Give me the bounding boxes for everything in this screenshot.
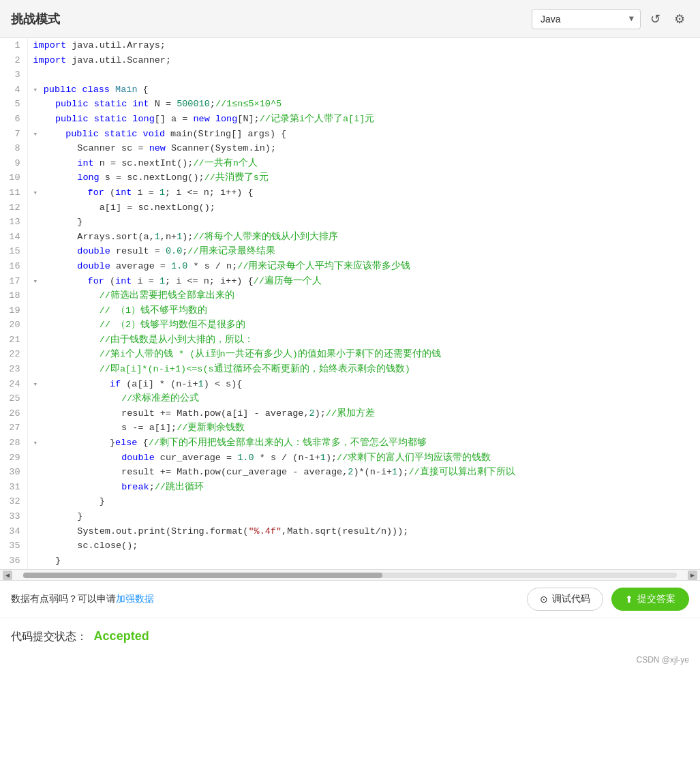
line-number: 18 bbox=[0, 288, 27, 303]
fold-marker[interactable]: ▾ bbox=[33, 86, 44, 94]
line-code[interactable]: result += Math.pow(cur_average - average… bbox=[27, 465, 700, 480]
line-code[interactable]: int n = sc.nextInt();//一共有n个人 bbox=[27, 156, 700, 171]
scroll-right-arrow[interactable]: ▶ bbox=[688, 571, 697, 580]
table-row: 8 Scanner sc = new Scanner(System.in); bbox=[0, 141, 700, 156]
line-code[interactable]: // （1）钱不够平均数的 bbox=[27, 303, 700, 318]
scroll-left-arrow[interactable]: ◀ bbox=[3, 571, 12, 580]
line-number: 5 bbox=[0, 97, 27, 112]
table-row: 20 // （2）钱够平均数但不是很多的 bbox=[0, 318, 700, 333]
line-code[interactable]: ▾ public static void main(String[] args)… bbox=[27, 127, 700, 142]
table-row: 15 double result = 0.0;//用来记录最终结果 bbox=[0, 244, 700, 259]
line-code[interactable]: //由于钱数是从小到大排的，所以： bbox=[27, 333, 700, 348]
line-number: 7 bbox=[0, 127, 27, 142]
line-code[interactable]: ▾ }else {//剩下的不用把钱全部拿出来的人：钱非常多，不管怎么平均都够 bbox=[27, 436, 700, 451]
table-row: 27 s -= a[i];//更新剩余钱数 bbox=[0, 421, 700, 436]
line-number: 9 bbox=[0, 156, 27, 171]
line-code[interactable]: ▾ public class Main { bbox=[27, 82, 700, 97]
settings-button[interactable]: ⚙ bbox=[670, 7, 689, 31]
line-code[interactable]: import java.util.Arrays; bbox=[27, 38, 700, 53]
line-code[interactable]: ▾ for (int i = 1; i <= n; i++) {//遍历每一个人 bbox=[27, 274, 700, 289]
line-number: 11 bbox=[0, 185, 27, 200]
weak-data-notice: 数据有点弱吗？可以申请加强数据 bbox=[11, 593, 154, 605]
table-row: 7▾ public static void main(String[] args… bbox=[0, 127, 700, 142]
scrollbar-thumb[interactable] bbox=[23, 573, 382, 578]
language-select[interactable]: Java C++ Python C Go bbox=[532, 9, 641, 29]
language-selector-wrapper: Java C++ Python C Go ▼ bbox=[532, 9, 641, 29]
line-code[interactable]: } bbox=[27, 554, 700, 568]
line-code[interactable]: import java.util.Scanner; bbox=[27, 53, 700, 68]
table-row: 26 result += Math.pow(a[i] - average,2);… bbox=[0, 406, 700, 421]
table-row: 11▾ for (int i = 1; i <= n; i++) { bbox=[0, 185, 700, 200]
line-code[interactable] bbox=[27, 67, 700, 82]
table-row: 29 double cur_average = 1.0 * s / (n-i+1… bbox=[0, 451, 700, 466]
page-title: 挑战模式 bbox=[11, 11, 60, 27]
line-number: 28 bbox=[0, 436, 27, 451]
line-code[interactable]: s -= a[i];//更新剩余钱数 bbox=[27, 421, 700, 436]
table-row: 4▾ public class Main { bbox=[0, 82, 700, 97]
line-code[interactable]: //求标准差的公式 bbox=[27, 391, 700, 406]
table-row: 14 Arrays.sort(a,1,n+1);//将每个人带来的钱从小到大排序 bbox=[0, 230, 700, 245]
debug-button[interactable]: ⊙ 调试代码 bbox=[527, 588, 603, 611]
line-code[interactable]: long s = sc.nextLong();//共消费了s元 bbox=[27, 170, 700, 185]
line-code[interactable]: //第i个人带的钱 * (从i到n一共还有多少人)的值如果小于剩下的还需要付的钱 bbox=[27, 347, 700, 362]
play-icon: ⊙ bbox=[540, 594, 548, 605]
line-number: 6 bbox=[0, 112, 27, 127]
line-number: 17 bbox=[0, 274, 27, 289]
strengthen-data-link[interactable]: 加强数据 bbox=[116, 593, 154, 604]
fold-marker[interactable]: ▾ bbox=[33, 189, 44, 197]
line-code[interactable]: public static long[] a = new long[N];//记… bbox=[27, 112, 700, 127]
line-code[interactable]: } bbox=[27, 568, 700, 570]
code-table: 1import java.util.Arrays;2import java.ut… bbox=[0, 38, 700, 570]
line-number: 12 bbox=[0, 200, 27, 215]
table-row: 19 // （1）钱不够平均数的 bbox=[0, 303, 700, 318]
scrollbar-track[interactable] bbox=[23, 573, 677, 578]
table-row: 5 public static int N = 500010;//1≤n≤5×1… bbox=[0, 97, 700, 112]
line-code[interactable]: //筛选出需要把钱全部拿出来的 bbox=[27, 288, 700, 303]
line-number: 25 bbox=[0, 391, 27, 406]
line-number: 30 bbox=[0, 465, 27, 480]
line-code[interactable]: } bbox=[27, 215, 700, 230]
line-number: 34 bbox=[0, 524, 27, 539]
line-code[interactable]: sc.close(); bbox=[27, 539, 700, 554]
line-code[interactable]: System.out.print(String.format("%.4f",Ma… bbox=[27, 524, 700, 539]
fold-marker[interactable]: ▾ bbox=[33, 277, 44, 286]
table-row: 17▾ for (int i = 1; i <= n; i++) {//遍历每一… bbox=[0, 274, 700, 289]
line-code[interactable]: } bbox=[27, 509, 700, 524]
line-code[interactable]: double result = 0.0;//用来记录最终结果 bbox=[27, 244, 700, 259]
table-row: 9 int n = sc.nextInt();//一共有n个人 bbox=[0, 156, 700, 171]
horizontal-scrollbar[interactable]: ◀ ▶ bbox=[0, 570, 700, 581]
fold-marker[interactable]: ▾ bbox=[33, 380, 44, 389]
table-row: 24▾ if (a[i] * (n-i+1) < s){ bbox=[0, 377, 700, 392]
line-code[interactable]: double cur_average = 1.0 * s / (n-i+1);/… bbox=[27, 451, 700, 466]
table-row: 6 public static long[] a = new long[N];/… bbox=[0, 112, 700, 127]
line-number: 22 bbox=[0, 347, 27, 362]
line-code[interactable]: // （2）钱够平均数但不是很多的 bbox=[27, 318, 700, 333]
line-number: 27 bbox=[0, 421, 27, 436]
refresh-icon: ↺ bbox=[650, 12, 660, 27]
table-row: 21 //由于钱数是从小到大排的，所以： bbox=[0, 333, 700, 348]
line-code[interactable]: a[i] = sc.nextLong(); bbox=[27, 200, 700, 215]
line-code[interactable]: ▾ if (a[i] * (n-i+1) < s){ bbox=[27, 377, 700, 392]
submit-button[interactable]: ⬆ 提交答案 bbox=[611, 588, 689, 611]
line-number: 31 bbox=[0, 480, 27, 495]
line-code[interactable]: } bbox=[27, 494, 700, 509]
line-code[interactable]: result += Math.pow(a[i] - average,2);//累… bbox=[27, 406, 700, 421]
line-number: 33 bbox=[0, 509, 27, 524]
fold-marker[interactable]: ▾ bbox=[33, 439, 44, 447]
line-code[interactable]: public static int N = 500010;//1≤n≤5×10^… bbox=[27, 97, 700, 112]
line-code[interactable]: double average = 1.0 * s / n;//用来记录每个人平均… bbox=[27, 259, 700, 274]
line-code[interactable]: Arrays.sort(a,1,n+1);//将每个人带来的钱从小到大排序 bbox=[27, 230, 700, 245]
code-editor[interactable]: 1import java.util.Arrays;2import java.ut… bbox=[0, 38, 700, 570]
table-row: 1import java.util.Arrays; bbox=[0, 38, 700, 53]
line-code[interactable]: break;//跳出循环 bbox=[27, 480, 700, 495]
refresh-button[interactable]: ↺ bbox=[646, 7, 665, 31]
status-label: 代码提交状态： bbox=[11, 631, 87, 642]
line-number: 29 bbox=[0, 451, 27, 466]
line-number: 19 bbox=[0, 303, 27, 318]
fold-marker[interactable]: ▾ bbox=[33, 130, 44, 138]
line-number: 36 bbox=[0, 554, 27, 568]
line-code[interactable]: //即a[i]*(n-i+1)<=s(s通过循环会不断更新的，始终表示剩余的钱数… bbox=[27, 362, 700, 377]
line-code[interactable]: Scanner sc = new Scanner(System.in); bbox=[27, 141, 700, 156]
line-code[interactable]: ▾ for (int i = 1; i <= n; i++) { bbox=[27, 185, 700, 200]
table-row: 35 sc.close(); bbox=[0, 539, 700, 554]
